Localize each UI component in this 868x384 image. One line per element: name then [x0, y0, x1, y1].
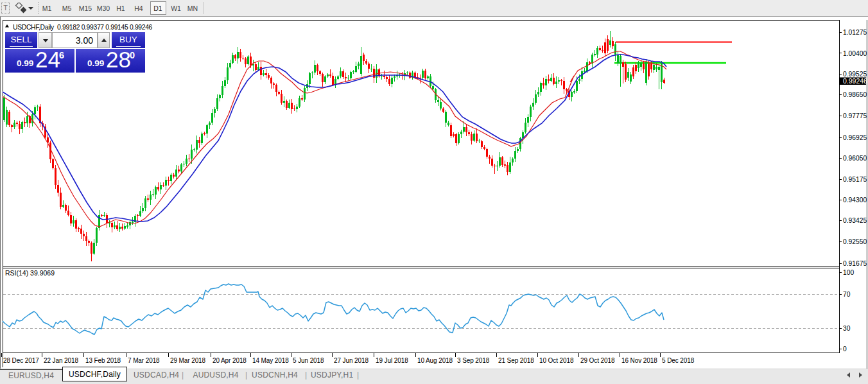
svg-text:0.93425: 0.93425: [843, 217, 867, 224]
svg-text:22 Jan 2018: 22 Jan 2018: [44, 357, 78, 364]
svg-text:29 Mar 2018: 29 Mar 2018: [170, 357, 206, 364]
svg-text:14 May 2018: 14 May 2018: [252, 357, 289, 364]
svg-text:100: 100: [843, 269, 854, 276]
svg-text:27 Jun 2018: 27 Jun 2018: [334, 357, 369, 364]
svg-text:1.00400: 1.00400: [843, 50, 867, 57]
svg-text:21 Sep 2018: 21 Sep 2018: [498, 357, 534, 364]
svg-text:7 Mar 2018: 7 Mar 2018: [128, 357, 160, 364]
svg-text:28 Dec 2017: 28 Dec 2017: [3, 357, 39, 364]
svg-text:0.99246: 0.99246: [843, 77, 867, 85]
svg-text:20 Apr 2018: 20 Apr 2018: [213, 357, 247, 364]
svg-text:3 Sep 2018: 3 Sep 2018: [457, 357, 490, 364]
svg-text:13 Feb 2018: 13 Feb 2018: [85, 357, 121, 364]
svg-text:0.95175: 0.95175: [843, 176, 867, 183]
svg-text:70: 70: [843, 291, 851, 298]
svg-text:16 Nov 2018: 16 Nov 2018: [621, 357, 657, 364]
svg-text:10 Aug 2018: 10 Aug 2018: [417, 357, 453, 364]
svg-text:RSI(14) 39.9069: RSI(14) 39.9069: [5, 269, 55, 277]
svg-text:29 Oct 2018: 29 Oct 2018: [580, 357, 615, 364]
svg-text:0.96050: 0.96050: [843, 155, 867, 162]
svg-text:30: 30: [843, 325, 851, 332]
svg-text:0: 0: [843, 345, 847, 353]
svg-text:0.91675: 0.91675: [843, 260, 867, 267]
svg-text:0.97775: 0.97775: [843, 112, 867, 119]
svg-text:1.01275: 1.01275: [843, 29, 867, 36]
svg-text:0.94300: 0.94300: [843, 196, 867, 204]
svg-text:0.98650: 0.98650: [843, 91, 867, 98]
svg-text:19 Jul 2018: 19 Jul 2018: [376, 357, 408, 364]
svg-text:5 Dec 2018: 5 Dec 2018: [662, 357, 695, 364]
svg-text:0.92550: 0.92550: [843, 238, 867, 245]
svg-text:5 Jun 2018: 5 Jun 2018: [293, 357, 324, 364]
svg-text:10 Oct 2018: 10 Oct 2018: [539, 357, 574, 364]
svg-text:0.96925: 0.96925: [843, 134, 867, 141]
svg-text:USDCHF,Daily 0.99182 0.99377: USDCHF,Daily 0.99182 0.99377 0.99145 0.9…: [13, 24, 153, 31]
